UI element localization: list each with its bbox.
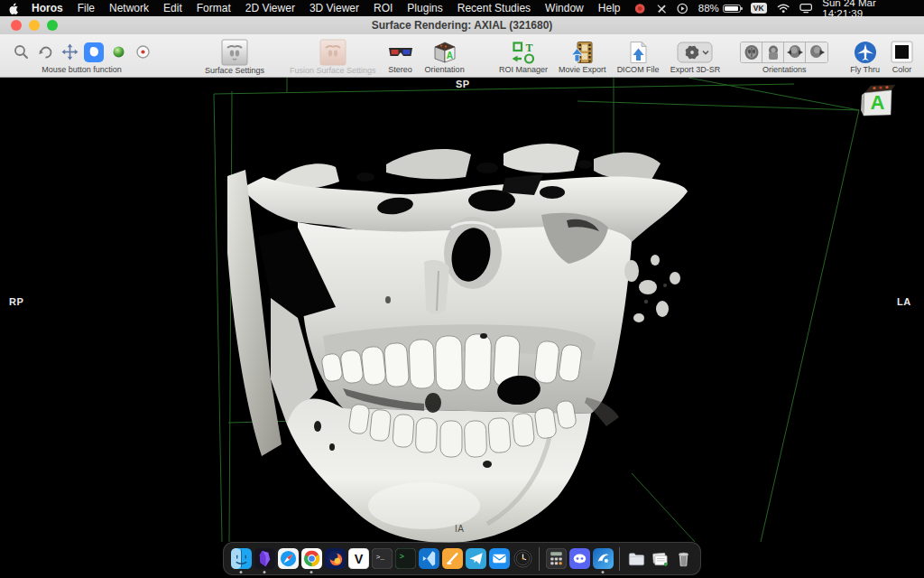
orientation-sagittal-right-button[interactable] (806, 42, 827, 62)
svg-text:A: A (446, 50, 452, 60)
dock-zed-icon[interactable] (441, 546, 463, 572)
svg-text:>_: >_ (375, 554, 384, 561)
menu-format[interactable]: Format (197, 2, 231, 14)
roi-manager-icon[interactable]: T (511, 40, 536, 65)
zoom-button[interactable] (47, 20, 58, 31)
orientation-sagittal-left-button[interactable] (784, 42, 806, 62)
wifi-icon[interactable] (777, 3, 790, 14)
dock-vscode-icon[interactable] (418, 546, 439, 572)
menu-app-name[interactable]: Horos (32, 2, 63, 14)
export-3dsr-group: Export 3D-SR (665, 36, 726, 77)
dock-telegram-icon[interactable] (465, 546, 486, 572)
slash-tool-icon[interactable] (656, 3, 667, 14)
dock-clock-icon[interactable] (512, 546, 533, 572)
apple-menu[interactable] (9, 3, 19, 14)
mouse-function-label: Mouse button function (42, 65, 122, 75)
roi-manager-group: T ROI Manager (494, 36, 553, 77)
orientation-cube-icon[interactable]: A (432, 40, 457, 65)
movie-export-label: Movie Export (559, 65, 606, 75)
stereo-label: Stereo (388, 65, 412, 75)
window-title: Surface Rendering: AXIAL (321680) (372, 19, 553, 32)
display-icon[interactable] (799, 3, 812, 14)
orientation-group: A Orientation (420, 36, 470, 77)
orientation-label-right-posterior: RP (9, 296, 23, 307)
stereo-group: Stereo (382, 36, 420, 77)
move-icon (61, 43, 79, 61)
menu-network[interactable]: Network (109, 2, 149, 14)
3d-render-viewport[interactable]: SP RP LA IA A (0, 78, 924, 578)
dicom-file-label: DICOM File (617, 65, 660, 75)
dock-discord-icon[interactable] (568, 546, 590, 572)
dock-finder-icon[interactable] (230, 546, 252, 572)
fly-thru-group: Fly Thru (845, 36, 885, 77)
menu-3d-viewer[interactable]: 3D Viewer (310, 2, 359, 14)
green-ball-icon (112, 45, 125, 59)
menu-recent-studies[interactable]: Recent Studies (457, 2, 531, 14)
menu-bar: Horos File Network Edit Format 2D Viewer… (0, 0, 924, 16)
orientations-segmented-control (740, 42, 828, 63)
window-titlebar[interactable]: Surface Rendering: AXIAL (321680) (0, 16, 924, 34)
export-3dsr-button[interactable] (677, 42, 713, 63)
dock-calculator-icon[interactable] (545, 546, 567, 572)
dock-v-editor-icon[interactable]: V (347, 546, 369, 572)
menu-file[interactable]: File (78, 2, 95, 14)
rotate3d-icon (87, 45, 101, 60)
menu-edit[interactable]: Edit (163, 2, 182, 14)
target-tool-button[interactable] (133, 42, 152, 62)
menu-roi[interactable]: ROI (374, 2, 393, 14)
dicom-file-icon[interactable] (626, 40, 650, 65)
battery-icon (723, 5, 741, 13)
movie-export-group: Movie Export (553, 36, 612, 77)
dock-chrome-icon[interactable] (300, 546, 322, 572)
ball-tool-button[interactable] (108, 42, 128, 62)
desktop: Horos File Network Edit Format 2D Viewer… (0, 0, 924, 578)
orientation-coronal-button[interactable] (762, 42, 784, 62)
orientations-group: Orientations (735, 36, 834, 77)
dock-documents-icon[interactable] (649, 546, 670, 572)
orientation-label: Orientation (425, 65, 465, 75)
dock-separator (619, 547, 620, 571)
menu-help[interactable]: Help (598, 2, 621, 14)
status-area: 88% VK Sun 24 Mar 14:21:39 (634, 0, 915, 19)
right-fragments (624, 255, 680, 322)
surface-settings-group: Surface Settings (199, 36, 270, 77)
dock-firefox-icon[interactable] (324, 546, 346, 572)
dock-terminal-alt-icon[interactable]: > (394, 546, 416, 572)
menu-plugins[interactable]: Plugins (407, 2, 442, 14)
dock-trash-icon[interactable] (672, 546, 694, 572)
rotate3d-tool-button-selected[interactable] (84, 42, 104, 62)
play-circle-icon[interactable] (677, 3, 688, 14)
axial-brain-icon (743, 44, 761, 61)
dock-terminal-icon[interactable]: >_ (371, 546, 393, 572)
battery-percent: 88% (698, 3, 719, 14)
move-tool-button[interactable] (60, 42, 79, 62)
sagittal-head-left-icon (786, 44, 804, 61)
apple-icon (9, 3, 19, 14)
input-source-badge[interactable]: VK (751, 3, 767, 14)
menu-2d-viewer[interactable]: 2D Viewer (245, 2, 295, 14)
dock-horos-icon[interactable] (592, 546, 614, 572)
battery-status[interactable]: 88% (698, 3, 741, 14)
stereo-glasses-icon[interactable] (387, 44, 414, 61)
dock-downloads-folder-icon[interactable] (625, 546, 647, 572)
fly-thru-icon[interactable] (854, 41, 877, 64)
minimize-button[interactable] (29, 20, 40, 31)
surface-settings-label: Surface Settings (205, 66, 264, 76)
menu-window[interactable]: Window (545, 2, 584, 14)
surface-settings-icon[interactable] (221, 39, 248, 66)
color-swatch-button[interactable] (891, 41, 913, 63)
menu-clock[interactable]: Sun 24 Mar 14:21:39 (822, 0, 915, 19)
fusion-surface-settings-icon[interactable] (319, 39, 346, 66)
magnifier-icon (13, 43, 30, 61)
orientation-cube-widget[interactable]: A (859, 82, 897, 120)
orientation-axial-button[interactable] (741, 42, 762, 62)
close-button[interactable] (11, 20, 22, 31)
record-red-icon[interactable] (634, 3, 645, 14)
movie-export-icon[interactable] (569, 40, 595, 65)
rotate-tool-button[interactable] (35, 42, 55, 62)
dock-mail-icon[interactable] (488, 546, 510, 572)
dock-safari-icon[interactable] (277, 546, 299, 572)
color-label: Color (892, 65, 912, 75)
zoom-tool-button[interactable] (11, 42, 31, 62)
dock-obsidian-icon[interactable] (254, 546, 275, 572)
